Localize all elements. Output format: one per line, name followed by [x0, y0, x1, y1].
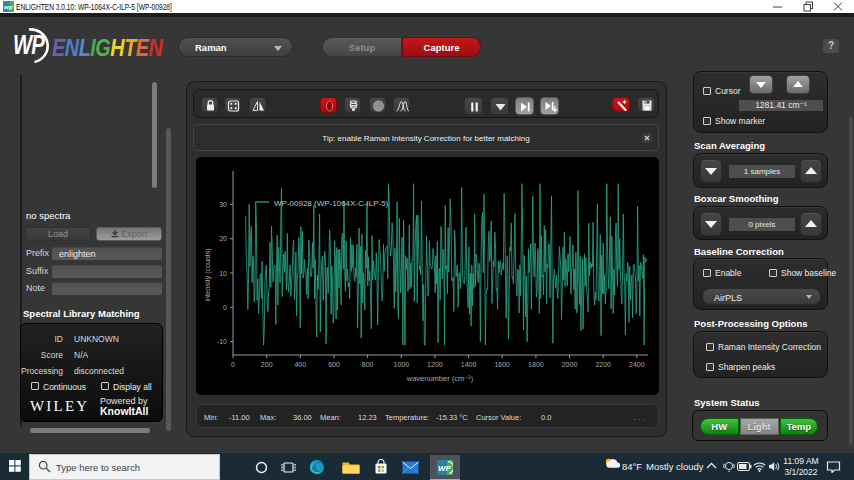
- svg-text:1600: 1600: [494, 361, 510, 368]
- svg-text:1400: 1400: [461, 361, 477, 368]
- svg-text:WP-00928 (WP-1064X-C-ILP-5): WP-00928 (WP-1064X-C-ILP-5): [274, 199, 389, 208]
- svg-text:-10: -10: [217, 338, 227, 345]
- svg-text:20: 20: [219, 235, 227, 242]
- svg-text:intensity (counts): intensity (counts): [204, 249, 212, 302]
- svg-text:2400: 2400: [629, 361, 645, 368]
- svg-text:WP: WP: [438, 464, 452, 473]
- svg-text:0: 0: [231, 361, 235, 368]
- svg-text:2000: 2000: [562, 361, 578, 368]
- svg-text:wavenumber (cm⁻¹): wavenumber (cm⁻¹): [406, 374, 474, 383]
- svg-text:1800: 1800: [528, 361, 544, 368]
- svg-text:800: 800: [362, 361, 374, 368]
- svg-text:1000: 1000: [394, 361, 410, 368]
- svg-text:0: 0: [223, 304, 227, 311]
- svg-text:10: 10: [219, 270, 227, 277]
- svg-text:400: 400: [294, 361, 306, 368]
- svg-text:600: 600: [328, 361, 340, 368]
- svg-text:200: 200: [261, 361, 273, 368]
- svg-text:1200: 1200: [427, 361, 443, 368]
- svg-text:30: 30: [219, 201, 227, 208]
- svg-text:2200: 2200: [595, 361, 611, 368]
